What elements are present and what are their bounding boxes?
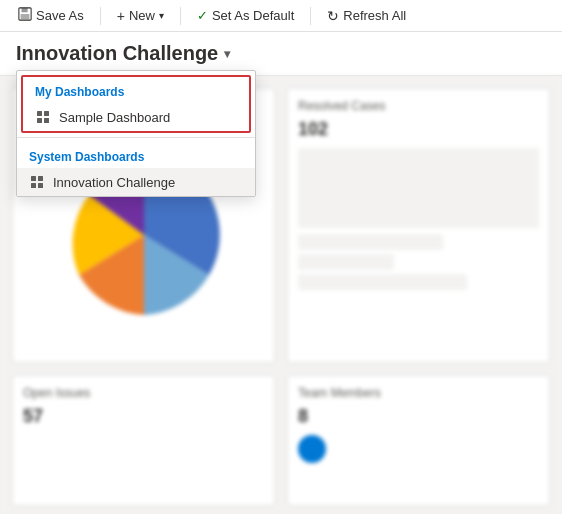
svg-rect-2 [21,14,30,19]
save-as-label: Save As [36,8,84,23]
bottom-right-value: 8 [298,406,539,427]
bottom-right-title: Team Members [298,386,539,400]
refresh-all-label: Refresh All [343,8,406,23]
svg-rect-6 [44,118,49,123]
right-card-title: Resolved Cases [298,99,539,113]
new-label: New [129,8,155,23]
dashboard-title-button[interactable]: Innovation Challenge ▾ [16,42,230,65]
separator-1 [100,7,101,25]
save-as-icon [18,7,32,24]
svg-rect-8 [38,176,43,181]
svg-rect-7 [31,176,36,181]
check-icon: ✓ [197,8,208,23]
set-as-default-button[interactable]: ✓ Set As Default [189,4,302,27]
save-as-button[interactable]: Save As [10,3,92,28]
bottom-right-card: Team Members 8 [287,375,550,507]
my-dashboards-label: My Dashboards [23,77,249,103]
svg-rect-1 [22,8,28,12]
separator-3 [310,7,311,25]
right-card-value: 102 [298,119,539,140]
title-chevron-icon: ▾ [224,47,230,61]
dashboard-grid-icon [35,109,51,125]
dropdown-menu: My Dashboards Sample Dashboard System Da… [16,70,256,197]
refresh-all-button[interactable]: ↻ Refresh All [319,4,414,28]
refresh-icon: ↻ [327,8,339,24]
bottom-left-card: Open Issues 57 [12,375,275,507]
sample-dashboard-item[interactable]: Sample Dashboard [23,103,249,131]
svg-rect-9 [31,183,36,188]
sample-dashboard-label: Sample Dashboard [59,110,170,125]
innovation-challenge-label: Innovation Challenge [53,175,175,190]
separator-2 [180,7,181,25]
system-dashboards-label: System Dashboards [17,142,255,168]
set-as-default-label: Set As Default [212,8,294,23]
new-icon: + [117,8,125,24]
toolbar: Save As + New ▾ ✓ Set As Default ↻ Refre… [0,0,562,32]
svg-rect-3 [37,111,42,116]
svg-rect-5 [37,118,42,123]
dropdown-divider [17,137,255,138]
innovation-grid-icon [29,174,45,190]
bottom-left-title: Open Issues [23,386,264,400]
right-stats-card: Resolved Cases 102 [287,88,550,363]
svg-rect-10 [38,183,43,188]
new-chevron-icon: ▾ [159,10,164,21]
new-button[interactable]: + New ▾ [109,4,172,28]
dashboard-title-text: Innovation Challenge [16,42,218,65]
my-dashboards-section: My Dashboards Sample Dashboard [21,75,251,133]
innovation-challenge-item[interactable]: Innovation Challenge [17,168,255,196]
bottom-left-value: 57 [23,406,264,427]
svg-rect-4 [44,111,49,116]
